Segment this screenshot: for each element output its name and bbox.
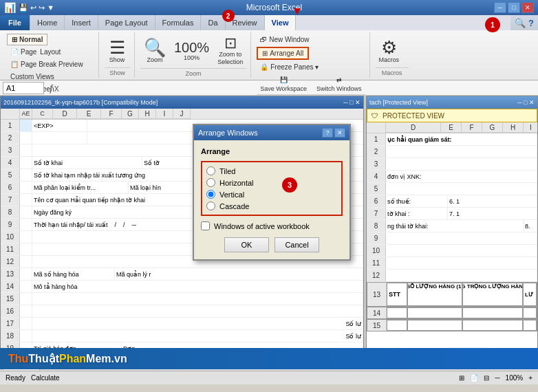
- arrange-all-button[interactable]: ⊞ Arrange All: [257, 47, 309, 60]
- right-row-7: 7: [367, 208, 386, 219]
- radio-tiled-input[interactable]: [206, 166, 215, 175]
- radio-horizontal[interactable]: Horizontal: [206, 178, 337, 187]
- cancel-button[interactable]: Cancel: [275, 237, 319, 252]
- tab-view[interactable]: View ▲: [265, 15, 297, 30]
- table-row: 14 Mô tả hàng hóa: [1, 281, 363, 293]
- question-icon[interactable]: ?: [528, 18, 534, 28]
- table-row: 14: [367, 307, 537, 319]
- table-row: 6 số thuế: 6. 1: [367, 195, 537, 208]
- radio-tiled-label: Tiled: [219, 167, 235, 175]
- active-workbook-checkbox[interactable]: Windows of active workbook: [201, 221, 343, 230]
- radio-vertical-label: Vertical: [219, 190, 244, 199]
- dialog-body: Arrange Tiled Horizontal Vertical Cascad…: [194, 140, 349, 259]
- right-row-6: 6: [367, 195, 386, 207]
- row-num-11: 11: [1, 243, 20, 255]
- page-break-preview-button[interactable]: 📋 Page Break Preview: [7, 58, 87, 70]
- zoom-label: Zoom: [140, 68, 246, 77]
- page-layout-button[interactable]: 📄 Page Layout: [7, 46, 64, 58]
- view-normal-icon[interactable]: ⊞: [459, 374, 464, 382]
- row-num-18: 18: [1, 330, 20, 342]
- formula-input[interactable]: [64, 84, 535, 92]
- radio-cascade-input[interactable]: [206, 202, 215, 210]
- view-break-icon[interactable]: ⊟: [484, 374, 489, 382]
- show-content: ☰ Show: [105, 34, 130, 67]
- right-window-controls: ─ □ ✕: [517, 99, 535, 106]
- tab-file[interactable]: File: [0, 15, 30, 30]
- row-num-1: 1: [1, 120, 20, 131]
- table-row: 17 Số lư: [1, 318, 363, 330]
- minimize-button[interactable]: ─: [494, 2, 506, 13]
- zoom-100-icon: 100%: [174, 41, 209, 54]
- row-num-4: 4: [1, 157, 20, 168]
- macros-label: Macros: [376, 67, 409, 76]
- row-num-14: 14: [1, 281, 20, 292]
- tab-data[interactable]: Da 2: [201, 15, 225, 30]
- right-row-8: 8: [367, 220, 386, 232]
- zoom-100-button[interactable]: 100% 100%: [171, 39, 213, 63]
- active-workbook-input[interactable]: [201, 221, 210, 230]
- table-row: 15: [1, 293, 363, 305]
- freeze-panes-button[interactable]: 🔒 Freeze Panes ▾: [257, 61, 322, 73]
- left-window-title: 20160912102256_tk-yqn-tap6017b [Compatib…: [1, 96, 363, 109]
- corner-cell: [1, 109, 20, 119]
- ok-button[interactable]: OK: [224, 237, 269, 252]
- ribbon-tabs: File Home Insert Page Layout Formulas Da…: [0, 15, 538, 30]
- zoom-button[interactable]: 🔍 Zoom: [140, 36, 169, 65]
- radio-cascade[interactable]: Cascade: [206, 202, 337, 210]
- table-row: 4 đơn vị XNK:: [367, 171, 537, 183]
- normal-view-button[interactable]: ⊞ Normal: [7, 34, 47, 45]
- zoom-level: 100%: [506, 374, 524, 382]
- right-spreadsheet: tach [Protected View] ─ □ ✕ 🛡 PROTECTED …: [366, 96, 538, 357]
- table-row: 1 ục hải quan giám sát:: [367, 133, 537, 146]
- maximize-button[interactable]: □: [508, 2, 520, 13]
- show-button[interactable]: ☰ Show: [105, 36, 129, 65]
- right-corner: [367, 122, 386, 133]
- radio-horizontal-input[interactable]: [206, 178, 215, 187]
- right-row-13: 13: [367, 283, 387, 306]
- tab-page-layout[interactable]: Page Layout: [98, 15, 155, 30]
- dialog-title-bar: Arrange Windows ? ✕: [194, 125, 349, 140]
- col-i: I: [156, 109, 173, 119]
- zoom-to-selection-button[interactable]: ⊡ Zoom toSelection: [214, 34, 246, 68]
- new-window-icon: 🗗: [260, 36, 267, 43]
- zoom-plus[interactable]: +: [528, 374, 532, 382]
- shield-icon: 🛡: [372, 112, 378, 120]
- right-row-11: 11: [367, 257, 386, 269]
- protected-view-bar: 🛡 PROTECTED VIEW: [367, 109, 537, 122]
- title-bar-left: 📊 💾 ↩ ↪ ▼: [4, 2, 54, 13]
- help-icon[interactable]: 🔍: [515, 18, 526, 28]
- watermark-thuat: Thuật: [28, 352, 59, 365]
- col-c: C: [32, 109, 53, 119]
- zoom-minus[interactable]: ─: [495, 374, 499, 382]
- table-row: 7 tờ khai : 7. 1: [367, 208, 537, 220]
- tab-insert[interactable]: Insert: [65, 15, 98, 30]
- dialog-help-button[interactable]: ?: [322, 128, 333, 138]
- right-window-title: tach [Protected View] ─ □ ✕: [367, 96, 537, 109]
- right-row-3: 3: [367, 158, 386, 170]
- view-layout-icon[interactable]: 📄: [470, 374, 478, 382]
- dialog-title-text: Arrange Windows: [198, 129, 258, 137]
- right-grid-rows: 1 ục hải quan giám sát: 2 3 4 đơn vị XNK…: [367, 133, 537, 331]
- title-bar: 📊 💾 ↩ ↪ ▼ Microsoft Excel ─ □ ✕: [0, 0, 538, 15]
- macros-button[interactable]: ⚙ Macros: [376, 36, 403, 65]
- right-row-1: 1: [367, 133, 386, 145]
- macros-group: ⚙ Macros Macros: [372, 32, 413, 78]
- dialog-close-button[interactable]: ✕: [334, 128, 345, 138]
- tab-home[interactable]: Home: [30, 15, 65, 30]
- page-layout-icon: 📄: [10, 48, 19, 56]
- name-box[interactable]: [3, 82, 44, 94]
- col-f: F: [101, 109, 122, 119]
- radio-vertical-input[interactable]: [206, 190, 215, 199]
- status-left: Ready Calculate: [6, 374, 60, 382]
- new-window-button[interactable]: 🗗 New Window: [257, 34, 312, 45]
- status-bar: Ready Calculate ⊞ 📄 ⊟ ─ 100% +: [0, 371, 538, 384]
- workbook-views-group: ⊞ Normal 📄 Page Layout 📋 Page Break Prev…: [3, 32, 99, 78]
- active-workbook-label: Windows of active workbook: [214, 222, 310, 230]
- radio-vertical[interactable]: Vertical: [206, 190, 337, 199]
- close-button[interactable]: ✕: [521, 2, 534, 13]
- watermark-mem: Mem.vn: [86, 353, 127, 365]
- row-num-3: 3: [1, 144, 20, 156]
- custom-views-button[interactable]: Custom Views: [7, 71, 58, 83]
- tab-formulas[interactable]: Formulas: [155, 15, 202, 30]
- radio-tiled[interactable]: Tiled: [206, 166, 337, 175]
